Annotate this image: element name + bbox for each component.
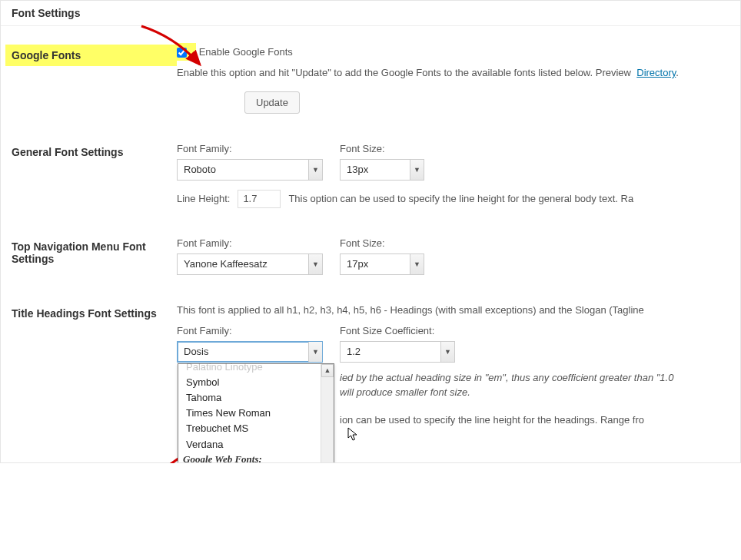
list-item[interactable]: Trebuchet MS: [178, 421, 321, 436]
headings-intro: This font is applied to all h1, h2, h3, …: [177, 304, 729, 316]
topnav-font-label: Top Navigation Menu Font Settings: [12, 237, 177, 265]
coefficient-label: Font Size Coefficient:: [340, 325, 455, 336]
font-size-label: Font Size:: [340, 143, 424, 154]
general-font-size-value: 13px: [341, 164, 410, 175]
chevron-down-icon: ▼: [308, 254, 322, 274]
line-height-label: Line Height:: [177, 193, 230, 204]
general-font-size-select[interactable]: 13px ▼: [340, 159, 424, 181]
list-item[interactable]: Tahoma: [178, 390, 321, 406]
general-font-family-value: Roboto: [178, 164, 308, 175]
google-fonts-row: Google Fonts Enable Google Fonts Enable …: [1, 26, 740, 121]
scroll-up-icon[interactable]: ▲: [321, 364, 334, 377]
scrollbar[interactable]: ▲ ▼: [321, 364, 334, 463]
google-fonts-desc-text: Enable this option and hit "Update" to a…: [177, 67, 631, 78]
panel-title: Font Settings: [1, 1, 740, 26]
list-item[interactable]: Times New Roman: [178, 406, 321, 421]
chevron-down-icon: ▼: [308, 160, 322, 180]
headings-font-label: Title Headings Font Settings: [12, 304, 177, 320]
headings-font-family-select[interactable]: Dosis ▼ ▲ ▼ Palatino Linotype: [177, 341, 323, 363]
headings-font-row: Title Headings Font Settings This font i…: [1, 283, 740, 462]
dropdown-scroll-wrap: Palatino Linotype Symbol Tahoma Times Ne…: [178, 364, 321, 463]
enable-google-fonts-checkbox[interactable]: [177, 48, 187, 58]
headings-coef-select[interactable]: 1.2 ▼: [340, 341, 455, 363]
font-family-label: Font Family:: [177, 325, 323, 336]
general-line-height-input[interactable]: [238, 190, 281, 208]
enable-google-fonts-wrap: [175, 43, 196, 61]
list-item[interactable]: Palatino Linotype: [178, 360, 321, 375]
update-button[interactable]: Update: [244, 91, 300, 114]
general-font-label: General Font Settings: [12, 143, 177, 158]
directory-link[interactable]: Directory: [636, 67, 676, 78]
general-font-family-select[interactable]: Roboto ▼: [177, 159, 323, 181]
dropdown-group-title: Google Web Fonts:: [178, 452, 321, 463]
line-height-desc: This option can be used to specify the l…: [288, 193, 633, 204]
font-size-label: Font Size:: [340, 237, 424, 249]
headings-note-1: ied by the actual heading size in "em", …: [340, 372, 673, 383]
chevron-down-icon: ▼: [410, 160, 424, 180]
topnav-font-family-value: Yanone Kaffeesatz: [178, 258, 308, 270]
topnav-font-family-select[interactable]: Yanone Kaffeesatz ▼: [177, 253, 323, 275]
enable-google-fonts-text: Enable Google Fonts: [199, 46, 293, 58]
dot: .: [676, 67, 679, 78]
headings-note-2: will produce smaller font size.: [340, 386, 470, 398]
font-family-dropdown[interactable]: ▲ ▼ Palatino Linotype Symbol Tahoma Time…: [178, 363, 334, 463]
chevron-down-icon: ▼: [410, 254, 424, 274]
headings-font-family-value: Dosis: [178, 346, 308, 357]
list-item[interactable]: Symbol: [178, 375, 321, 390]
topnav-font-size-value: 17px: [341, 258, 410, 270]
list-item[interactable]: Verdana: [178, 437, 321, 452]
general-font-row: General Font Settings Font Family: Robot…: [1, 121, 740, 216]
headings-coef-value: 1.2: [341, 346, 440, 357]
google-fonts-label: Google Fonts: [5, 45, 177, 66]
chevron-down-icon: ▼: [440, 342, 454, 362]
headings-lh-desc: ion can be used to specify the line heig…: [340, 414, 644, 426]
google-fonts-desc: Enable this option and hit "Update" to a…: [177, 65, 729, 81]
font-family-label: Font Family:: [177, 143, 323, 154]
topnav-font-size-select[interactable]: 17px ▼: [340, 253, 424, 275]
topnav-font-row: Top Navigation Menu Font Settings Font F…: [1, 216, 740, 283]
font-family-label: Font Family:: [177, 237, 323, 249]
scroll-track[interactable]: [321, 377, 334, 463]
font-settings-panel: Font Settings Google Fonts Enable Google…: [0, 0, 741, 463]
